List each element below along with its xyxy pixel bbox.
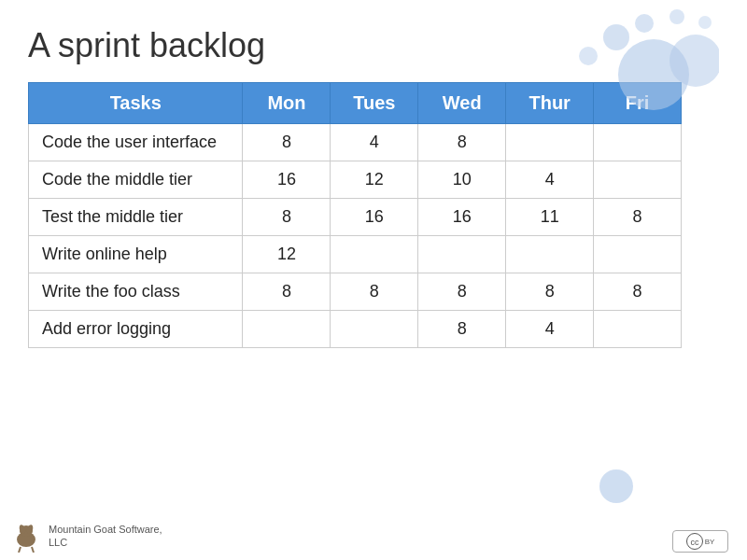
decorative-circle-bottom-right	[598, 468, 635, 509]
col-header-wed: Wed	[418, 83, 506, 124]
cell-2-fri: 8	[594, 199, 682, 236]
svg-point-2	[603, 24, 629, 50]
cell-4-task: Write the foo class	[29, 273, 243, 311]
svg-point-5	[698, 16, 712, 29]
cell-3-fri	[594, 236, 682, 273]
sprint-backlog-table: Tasks Mon Tues Wed Thur Fri Code the use…	[28, 82, 682, 348]
svg-text:cc: cc	[690, 538, 699, 547]
cell-5-fri	[594, 311, 682, 348]
cell-2-task: Test the middle tier	[29, 199, 243, 236]
cc-by-label: BY	[705, 538, 715, 546]
company-name: Mountain Goat Software, LLC	[49, 523, 162, 550]
cell-5-thur: 4	[506, 311, 594, 348]
table-row: Code the user interface848	[29, 124, 682, 161]
col-header-tues: Tues	[331, 83, 418, 124]
footer: Mountain Goat Software, LLC	[9, 519, 162, 553]
sprint-backlog-table-container: Tasks Mon Tues Wed Thur Fri Code the use…	[28, 82, 719, 348]
cell-3-mon: 12	[243, 236, 331, 273]
cc-icon: cc	[686, 533, 703, 550]
svg-point-4	[669, 9, 684, 24]
cell-1-tues: 12	[331, 161, 418, 199]
cell-5-tues	[331, 311, 418, 348]
cell-3-thur	[506, 236, 594, 273]
cell-0-thur	[506, 124, 594, 161]
company-logo	[9, 519, 43, 553]
cell-4-wed: 8	[418, 273, 506, 311]
cell-1-wed: 10	[418, 161, 506, 199]
cell-3-tues	[331, 236, 418, 273]
table-row: Code the middle tier1612104	[29, 161, 682, 199]
cc-license-badge: cc BY	[672, 530, 728, 553]
cell-4-tues: 8	[331, 273, 418, 311]
cell-2-mon: 8	[243, 199, 331, 236]
cell-3-wed	[418, 236, 506, 273]
cell-4-thur: 8	[506, 273, 594, 311]
cell-1-task: Code the middle tier	[29, 161, 243, 199]
cell-0-mon: 8	[243, 124, 331, 161]
cell-0-fri	[594, 124, 682, 161]
cell-5-wed: 8	[418, 311, 506, 348]
table-row: Write online help12	[29, 236, 682, 273]
cell-4-fri: 8	[594, 273, 682, 311]
cell-0-wed: 8	[418, 124, 506, 161]
cell-1-fri	[594, 161, 682, 199]
col-header-tasks: Tasks	[29, 83, 243, 124]
svg-point-6	[579, 47, 598, 65]
cell-5-mon	[243, 311, 331, 348]
table-body: Code the user interface848Code the middl…	[29, 124, 682, 348]
svg-point-3	[635, 14, 654, 33]
cell-3-task: Write online help	[29, 236, 243, 273]
cell-5-task: Add error logging	[29, 311, 243, 348]
cell-1-thur: 4	[506, 161, 594, 199]
cell-0-tues: 4	[331, 124, 418, 161]
cell-2-thur: 11	[506, 199, 594, 236]
cell-1-mon: 16	[243, 161, 331, 199]
table-row: Add error logging84	[29, 311, 682, 348]
decorative-circles-top	[532, 9, 719, 116]
cell-2-tues: 16	[331, 199, 418, 236]
table-row: Write the foo class88888	[29, 273, 682, 311]
svg-line-11	[32, 547, 34, 553]
cell-0-task: Code the user interface	[29, 124, 243, 161]
svg-line-10	[19, 547, 21, 553]
svg-point-7	[599, 469, 633, 503]
col-header-mon: Mon	[243, 83, 331, 124]
cell-4-mon: 8	[243, 273, 331, 311]
cell-2-wed: 16	[418, 199, 506, 236]
table-row: Test the middle tier81616118	[29, 199, 682, 236]
